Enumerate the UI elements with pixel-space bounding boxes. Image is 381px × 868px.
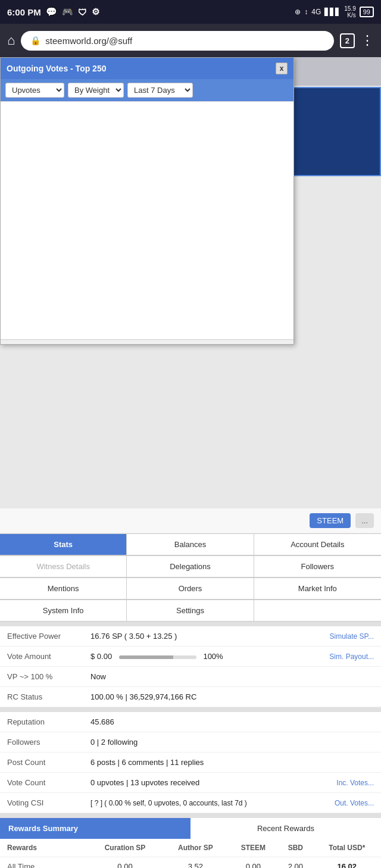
battery-indicator: 99 (360, 7, 374, 17)
curation-alltime: 0.00 (88, 857, 163, 869)
modal-body (1, 101, 293, 339)
modal-close-button[interactable]: x (276, 63, 288, 74)
time-range-select[interactable]: Last 7 Days Last 30 Days All Time (127, 83, 193, 98)
signal-arrows-icon: ↕ (304, 8, 308, 16)
tab-witness-details[interactable]: Witness Details (0, 556, 127, 577)
tab-mentions[interactable]: Mentions (0, 578, 127, 599)
col-curation-sp: Curation SP (88, 839, 163, 857)
steem-button-row: STEEM ... (0, 508, 381, 533)
col-total-usd: Total USD* (313, 839, 381, 857)
tab-delegations[interactable]: Delegations (127, 556, 254, 577)
tab-empty (254, 600, 381, 621)
browser-bar: ⌂ 🔒 steemworld.org/@suff 2 ⋮ (0, 24, 381, 57)
rewards-recent-link[interactable]: Recent Rewards (190, 818, 381, 839)
section-divider-1 (0, 622, 381, 626)
steem-more-button[interactable]: ... (355, 513, 374, 528)
steem-alltime: 0.00 (229, 857, 278, 869)
url-text: steemworld.org/@suff (45, 36, 132, 46)
stat-vote-amount: Vote Amount $ 0.00 100% Sim. Payout... (0, 647, 381, 667)
nav-tabs-row3: Mentions Orders Market Info (0, 577, 381, 600)
stat-post-count: Post Count 6 posts | 6 comments | 11 rep… (0, 753, 381, 773)
modal-title: Outgoing Votes - Top 250 (7, 64, 106, 73)
time-display: 6:00 PM (7, 7, 41, 17)
stat-reputation: Reputation 45.686 (0, 712, 381, 732)
tab-settings[interactable]: Settings (127, 600, 254, 621)
shield-icon: 🛡 (78, 7, 87, 17)
rewards-header: Rewards Summary Recent Rewards (0, 818, 381, 839)
section-divider-3 (0, 813, 381, 818)
network-indicator: 4G (311, 8, 321, 16)
stat-vp: VP ~> 100 % Now (0, 667, 381, 687)
nav-tabs-row2: Witness Details Delegations Followers (0, 555, 381, 577)
stats-grid: Effective Power 16.76 SP ( 3.50 + 13.25 … (0, 626, 381, 813)
vote-slider[interactable] (119, 655, 196, 659)
tab-stats[interactable]: Stats (0, 534, 127, 555)
browser-home-icon[interactable]: ⌂ (7, 33, 15, 48)
modal-resize-handle[interactable] (1, 339, 293, 344)
stat-effective-power: Effective Power 16.76 SP ( 3.50 + 13.25 … (0, 626, 381, 647)
status-bar: 6:00 PM 💬 🎮 🛡 ⚙ ⊕ ↕ 4G ▋▋▋ 15.9K/s 99 (0, 0, 381, 24)
period-alltime: All Time (0, 857, 88, 869)
sbd-alltime: 2.00 (278, 857, 313, 869)
col-steem: STEEM (229, 839, 278, 857)
rewards-row-alltime: All Time 0.00 3.52 0.00 2.00 16.02 (0, 857, 381, 869)
outgoing-votes-modal: Outgoing Votes - Top 250 x Upvotes Downv… (0, 57, 294, 345)
col-rewards: Rewards (0, 839, 88, 857)
tab-market-info[interactable]: Market Info (254, 578, 381, 599)
stat-followers: Followers 0 | 2 following (0, 732, 381, 753)
gps-icon: ⊕ (295, 8, 301, 16)
tab-balances[interactable]: Balances (127, 534, 254, 555)
signal-bars-icon: ▋▋▋ (324, 8, 341, 16)
rewards-summary-title: Rewards Summary (0, 818, 190, 839)
whatsapp-icon: 💬 (46, 7, 57, 17)
rewards-table: Rewards Curation SP Author SP STEEM SBD … (0, 839, 381, 868)
col-sbd: SBD (278, 839, 313, 857)
sort-by-select[interactable]: By Weight By Count (68, 83, 124, 98)
modal-controls: Upvotes Downvotes By Weight By Count Las… (1, 79, 293, 101)
gamepad-icon: 🎮 (62, 7, 73, 17)
stat-rc-status: RC Status 100.00 % | 36,529,974,166 RC (0, 687, 381, 707)
url-bar[interactable]: 🔒 steemworld.org/@suff (21, 31, 333, 51)
tab-orders[interactable]: Orders (127, 578, 254, 599)
lock-icon: 🔒 (30, 36, 40, 45)
settings-icon: ⚙ (92, 7, 99, 17)
main-content: STEEM ... Stats Balances Account Details… (0, 508, 381, 868)
browser-menu-icon[interactable]: ⋮ (361, 33, 374, 48)
page-content: ⌂ EM WS ber 2021 @pennsif ) Outgoing Vot… (0, 57, 381, 868)
modal-header: Outgoing Votes - Top 250 x (1, 58, 293, 79)
section-divider-2 (0, 707, 381, 712)
total-alltime: 16.02 (313, 857, 381, 869)
nav-tabs-row4: System Info Settings (0, 600, 381, 622)
rewards-summary-section: Rewards Summary Recent Rewards Rewards C… (0, 818, 381, 868)
tab-account-details[interactable]: Account Details (254, 534, 381, 555)
tab-followers[interactable]: Followers (254, 556, 381, 577)
stat-vote-count: Vote Count 0 upvotes | 13 upvotes receiv… (0, 773, 381, 793)
speed-indicator: 15.9K/s (344, 5, 355, 18)
tab-count[interactable]: 2 (340, 33, 355, 48)
author-alltime: 3.52 (163, 857, 229, 869)
tab-system-info[interactable]: System Info (0, 600, 127, 621)
rewards-table-header: Rewards Curation SP Author SP STEEM SBD … (0, 839, 381, 857)
col-author-sp: Author SP (163, 839, 229, 857)
steem-button[interactable]: STEEM (310, 513, 351, 528)
nav-tabs-row1: Stats Balances Account Details (0, 533, 381, 555)
vote-type-select[interactable]: Upvotes Downvotes (5, 83, 64, 98)
stat-voting-csi: Voting CSI [ ? ] ( 0.00 % self, 0 upvote… (0, 793, 381, 813)
